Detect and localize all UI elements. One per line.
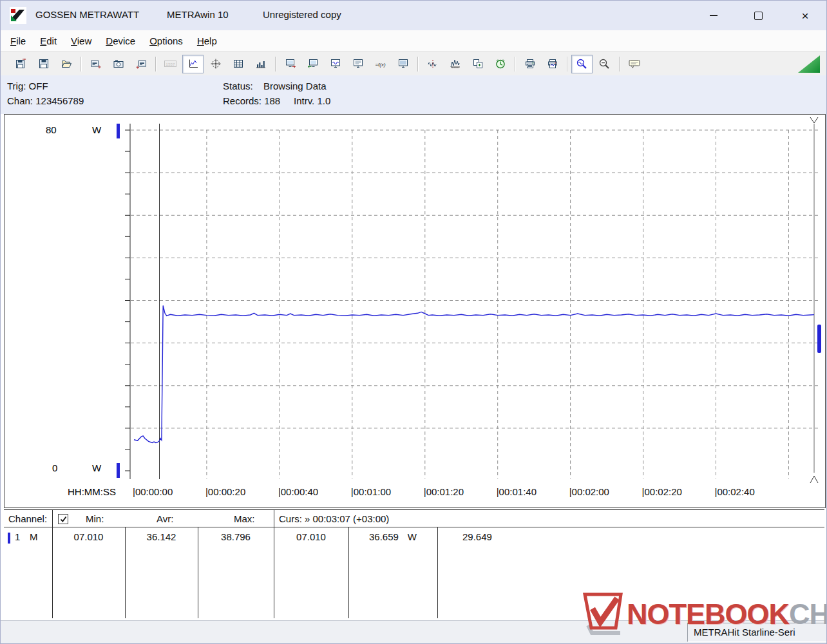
trigger-status: Trig: OFF [7,80,48,91]
print-button[interactable] [519,55,540,73]
analog-view-button[interactable] [205,55,226,73]
toolbar: 1557=f(x) [1,51,826,76]
header-avr: Avr: [157,513,173,524]
import-button[interactable] [130,55,151,73]
watermark-text-notebook: NOTEBOOK [627,600,789,629]
x-axis-tick-label: |00:01:00 [351,486,391,497]
toolbar-separator [515,57,515,71]
header-cursor: Curs: » 00:03:07 (+03:00) [279,513,389,524]
x-axis-tick-label: |00:00:40 [278,486,318,497]
cell-cursor1: 07.010 [274,531,348,542]
chart-plot[interactable] [5,115,824,506]
close-icon: × [801,10,808,22]
minimize-button[interactable] [699,1,728,30]
export-button[interactable] [85,55,106,73]
channel-marker-bottom [117,463,120,478]
cell-cursor2: 36.659W [348,531,437,542]
column-divider [274,510,274,618]
menu-device[interactable]: Device [99,32,142,50]
notebookcheck-logo-icon [578,591,627,637]
toolbar-separator [417,57,418,71]
title-bar: GOSSEN METRAWATT METRAwin 10 Unregistere… [1,1,826,30]
curve-compress-button[interactable] [422,55,443,73]
chart-panel: 80 W 0 W HH:MM:SS |00:00:00|00:00:20|00:… [4,114,826,508]
svg-text:=f(x): =f(x) [375,62,386,68]
window-title-app: METRAwin 10 [167,9,229,20]
minimize-icon [710,15,718,16]
menu-help[interactable]: Help [190,32,224,50]
x-axis-tick-label: |00:00:00 [133,486,173,497]
histogram-view-button[interactable] [250,55,271,73]
save-button[interactable] [10,55,32,73]
toolbar-separator [275,57,276,71]
y-axis-max-label: 80 [46,124,57,135]
menu-file[interactable]: File [3,32,33,50]
x-axis-title: HH:MM:SS [68,486,116,497]
cell-min: 07.010 [52,531,125,542]
menu-view[interactable]: View [64,32,99,50]
channel-marker-top [117,124,120,138]
watermark-text-check: CHECK [789,600,827,629]
annotate-button[interactable] [623,55,645,73]
maximize-icon [754,12,763,20]
svg-text:1557: 1557 [166,62,175,67]
cell-delta: 29.649 [462,531,492,542]
device-send-button[interactable] [280,55,301,73]
status-value: Browsing Data [263,80,327,91]
app-icon [10,7,26,24]
resize-grip [798,55,820,73]
cell-channel-mode: M [30,531,38,542]
status-panel: Trig: OFF Chan: 123456789 Status: Browsi… [1,75,826,114]
cell-unit: W [408,531,417,542]
toolbar-separator [567,57,567,71]
interval-value: Intrv. 1.0 [294,95,330,106]
copy-values-button[interactable] [467,55,488,73]
y-axis-min-label: 0 [52,462,57,473]
device-screen-button[interactable] [347,55,368,73]
notebookcheck-watermark: NOTEBOOK CHECK [578,591,827,637]
curve-scale-button[interactable] [444,55,466,73]
snapshot-button[interactable] [108,55,129,73]
cell-avr: 36.142 [125,531,198,542]
check-icon [60,516,67,523]
save-as-button[interactable] [33,55,54,73]
x-axis-tick-label: |00:02:00 [569,486,609,497]
device-live-button[interactable] [325,55,346,73]
header-channel: Channel: [8,513,47,524]
table-view-button[interactable] [227,55,249,73]
device-receive-button[interactable] [302,55,323,73]
y-axis-unit-bottom: W [92,462,101,473]
channel-list: Chan: 123456789 [7,95,84,106]
cell-channel-number: 1 [15,531,20,542]
status-label: Status: [223,80,253,91]
print-graph-button[interactable] [542,55,563,73]
zoom-reset-button[interactable] [594,55,615,73]
device-memory-button[interactable] [392,55,414,73]
menu-bar: File Edit View Device Options Help [1,30,827,51]
table-header-divider [4,527,824,527]
zoom-time-button[interactable] [571,55,593,73]
close-button[interactable]: × [790,1,820,30]
menu-edit[interactable]: Edit [33,32,64,50]
x-axis-tick-label: |00:02:20 [642,486,682,497]
column-divider [52,510,53,618]
formula-button[interactable]: =f(x) [370,55,391,73]
cell-max: 38.796 [198,531,274,542]
x-axis-tick-label: |00:01:40 [497,486,537,497]
channel-visible-checkbox[interactable] [58,514,68,524]
x-axis-tick-label: |00:01:20 [424,486,464,497]
toolbar-separator [155,57,156,71]
toolbar-separator [81,57,81,71]
chart-view-button[interactable] [182,55,204,73]
channel-color-marker [8,533,10,544]
meter-display-button: 1557 [160,55,181,73]
timer-button[interactable] [490,55,511,73]
y-axis-unit-top: W [92,124,101,135]
menu-options[interactable]: Options [142,32,190,50]
records-count: Records: 188 [223,95,280,106]
x-axis-tick-label: |00:00:20 [205,486,245,497]
open-button[interactable] [55,55,77,73]
maximize-button[interactable] [743,1,773,30]
toolbar-separator [619,57,620,71]
header-max: Max: [234,513,255,524]
